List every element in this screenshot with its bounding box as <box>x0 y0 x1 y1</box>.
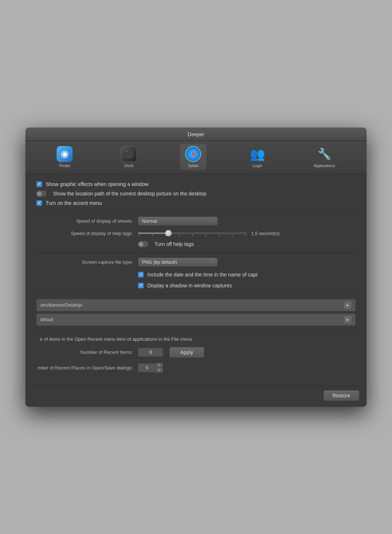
checkbox-row-graphic-effects: Show graphic effects when opening a wind… <box>36 181 356 187</box>
slider-dot <box>152 235 153 236</box>
bottom-bar: Restore <box>25 385 367 407</box>
finder-icon <box>57 146 73 162</box>
tab-dock[interactable]: Dock <box>116 144 142 170</box>
slider-dot <box>232 235 233 236</box>
slider-dot <box>205 235 206 236</box>
include-date-label: Include the date and the time in the nam… <box>147 272 258 278</box>
tab-finder[interactable]: Finder <box>52 144 78 170</box>
slider-row: 1,5 second(s) <box>138 231 280 236</box>
slider-value: 1,5 second(s) <box>251 231 280 236</box>
checkbox-accent-menu-label: Turn on the accent menu <box>46 200 102 206</box>
checkbox-accent-menu[interactable] <box>36 200 42 206</box>
turn-off-help-tags-label: Turn off help tags <box>155 241 194 247</box>
recent-items-input[interactable] <box>138 348 163 357</box>
turn-off-help-tags-row: Turn off help tags <box>36 241 356 247</box>
tab-safari[interactable]: Safari <box>180 144 206 170</box>
divider-3 <box>36 294 356 294</box>
slider-dots <box>138 235 247 236</box>
slider-dot <box>179 235 180 236</box>
recent-places-row: mber of Recent Places in Open/Save dialo… <box>36 363 356 373</box>
recent-places-stepper: ▲ ▼ <box>138 363 163 373</box>
screen-capture-dropdown[interactable]: PNG (by default) JPEG TIFF PDF BMP <box>138 258 218 267</box>
divider-2 <box>36 252 356 252</box>
recent-items-label: Number of Recent Items: <box>36 349 138 355</box>
divider-1 <box>36 211 356 211</box>
tab-safari-label: Safari <box>188 163 199 168</box>
slider-dot <box>165 235 166 236</box>
default-path-text: default <box>40 317 344 322</box>
slider-track[interactable] <box>138 232 247 234</box>
default-path-button[interactable]: ▸ <box>344 316 352 324</box>
dock-icon <box>121 146 137 162</box>
checkbox-graphic-effects[interactable] <box>36 181 42 187</box>
screen-capture-label: Screen capture file type: <box>36 259 138 265</box>
safari-icon <box>185 146 201 162</box>
titlebar: Deeper <box>25 128 367 141</box>
tab-applications-label: Applications <box>314 163 335 168</box>
stepper-up-button[interactable]: ▲ <box>156 363 163 368</box>
window-title: Deeper <box>188 132 204 137</box>
tab-login-label: Login <box>253 163 262 168</box>
recent-items-row: Number of Recent Items: Apply <box>36 347 356 358</box>
speed-help-tags-label: Speed of display of help tags: <box>36 231 138 236</box>
toggle-help-tags[interactable] <box>138 241 148 247</box>
main-window: Deeper Finder Dock Safari <box>25 128 367 407</box>
recent-places-label: mber of Recent Places in Open/Save dialo… <box>36 365 138 371</box>
checkbox-graphic-effects-label: Show graphic effects when opening a wind… <box>46 181 148 187</box>
speed-sheets-row: Speed of display of sheets: Normal Fast … <box>36 217 356 226</box>
toggle-location-path[interactable] <box>36 191 46 197</box>
screen-capture-dropdown-wrapper: PNG (by default) JPEG TIFF PDF BMP <box>138 258 218 267</box>
speed-sheets-dropdown-wrapper: Normal Fast Slow <box>138 217 218 226</box>
slider-dot <box>139 235 140 236</box>
tab-login[interactable]: 👥 Login <box>244 144 270 170</box>
tab-dock-label: Dock <box>124 163 134 168</box>
checkbox-row-location-path: Show the location path of the current de… <box>36 191 356 197</box>
tab-applications[interactable]: 🔧 Applications <box>309 144 340 170</box>
screen-capture-row: Screen capture file type: PNG (by defaul… <box>36 258 356 267</box>
slider-dot <box>245 235 246 236</box>
desktop-path-row: /ers/titanium/Desktop/ ▸ <box>36 299 356 311</box>
desktop-path-text: /ers/titanium/Desktop/ <box>40 303 344 308</box>
desktop-path-button[interactable]: ▸ <box>344 301 352 309</box>
content-area: Show graphic effects when opening a wind… <box>25 174 367 385</box>
checkbox-row-accent-menu: Turn on the accent menu <box>36 200 356 206</box>
stepper-down-button[interactable]: ▼ <box>156 368 163 373</box>
recent-places-input[interactable] <box>138 363 156 372</box>
default-path-row: default ▸ <box>36 313 356 326</box>
speed-sheets-dropdown[interactable]: Normal Fast Slow <box>138 217 218 226</box>
apply-button[interactable]: Apply <box>169 347 204 358</box>
checkbox-location-path-label: Show the location path of the current de… <box>53 191 207 197</box>
login-icon: 👥 <box>249 146 265 162</box>
display-shadow-row: Display a shadow in window captures <box>36 283 356 288</box>
speed-help-tags-row: Speed of display of help tags: <box>36 231 356 236</box>
speed-sheets-label: Speed of display of sheets: <box>36 218 138 224</box>
restore-button[interactable]: Restore <box>323 390 359 401</box>
include-date-row: Include the date and the time in the nam… <box>36 272 356 278</box>
checkbox-include-date[interactable] <box>138 272 144 278</box>
divider-4 <box>36 331 356 331</box>
checkbox-display-shadow[interactable] <box>138 283 144 288</box>
applications-icon: 🔧 <box>317 146 332 162</box>
slider-dot <box>192 235 193 236</box>
open-recent-description: e of items in the Open Recent menu item … <box>36 336 356 342</box>
slider-dot <box>219 235 220 236</box>
display-shadow-label: Display a shadow in window captures <box>147 283 232 288</box>
stepper-buttons: ▲ ▼ <box>156 363 163 373</box>
tab-finder-label: Finder <box>59 163 70 168</box>
tabbar: Finder Dock Safari 👥 Login <box>25 141 367 174</box>
